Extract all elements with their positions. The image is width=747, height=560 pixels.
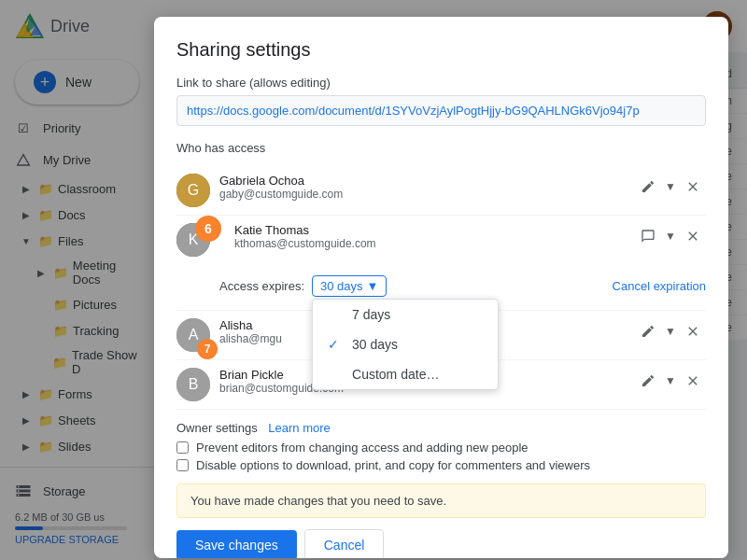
svg-text:A: A bbox=[189, 327, 199, 343]
save-banner: You have made changes that you need to s… bbox=[176, 483, 706, 518]
check-icon: ✓ bbox=[328, 337, 345, 352]
expiry-dropdown-button[interactable]: 30 days ▼ bbox=[312, 275, 387, 297]
checkbox-prevent-editors: Prevent editors from changing access and… bbox=[176, 441, 706, 455]
svg-text:G: G bbox=[188, 182, 199, 198]
person-avatar-gabriela: G bbox=[176, 174, 210, 207]
edit-chevron-icon: ▼ bbox=[665, 180, 676, 193]
edit-chevron-icon: ▼ bbox=[665, 325, 676, 338]
access-expires-label: Access expires: bbox=[219, 279, 304, 293]
edit-alisha-button[interactable] bbox=[635, 318, 661, 344]
step-badge-6: 6 bbox=[195, 216, 221, 242]
dropdown-menu: 7 days ✓ 30 days Custom date… bbox=[312, 299, 499, 390]
expiry-dropdown-wrapper: 30 days ▼ 7 days ✓ 30 days bbox=[312, 275, 387, 297]
person-info-katie: Katie Thomas kthomas@customguide.com bbox=[234, 223, 626, 250]
step-badge-7: 7 bbox=[197, 339, 218, 359]
person-row-katie: K 6 Katie Thomas kthomas@customguide.com… bbox=[176, 216, 706, 311]
owner-settings-section: Owner settings Learn more Prevent editor… bbox=[176, 421, 706, 472]
dialog-footer: Save changes Cancel bbox=[176, 529, 706, 558]
comment-permission-button[interactable] bbox=[635, 223, 661, 249]
dropdown-item-30days[interactable]: ✓ 30 days bbox=[313, 329, 498, 359]
remove-brian-button[interactable] bbox=[680, 368, 706, 394]
disable-download-checkbox[interactable] bbox=[176, 459, 189, 471]
person-avatar-brian: B bbox=[176, 368, 210, 401]
dropdown-chevron-icon: ▼ bbox=[367, 279, 379, 293]
link-label: Link to share (allows editing) bbox=[176, 76, 706, 90]
access-expires-section: Access expires: 30 days ▼ 7 days bbox=[176, 270, 706, 302]
edit-permission-button[interactable] bbox=[635, 174, 661, 200]
svg-text:B: B bbox=[189, 376, 199, 392]
comment-chevron-icon: ▼ bbox=[665, 230, 676, 243]
person-info-gabriela: Gabriela Ochoa gaby@customguide.com bbox=[219, 174, 626, 201]
edit-chevron-icon: ▼ bbox=[665, 374, 676, 387]
expiry-dropdown-menu: 7 days ✓ 30 days Custom date… bbox=[312, 297, 499, 390]
link-section: Link to share (allows editing) https://d… bbox=[176, 76, 706, 126]
dropdown-item-custom[interactable]: Custom date… bbox=[313, 359, 498, 389]
prevent-editors-checkbox[interactable] bbox=[176, 441, 189, 454]
edit-brian-button[interactable] bbox=[635, 368, 661, 394]
who-has-access-label: Who has access bbox=[176, 141, 706, 155]
cancel-expiration-link[interactable]: Cancel expiration bbox=[613, 279, 706, 293]
save-changes-button[interactable]: Save changes bbox=[176, 530, 297, 558]
dropdown-item-7days[interactable]: 7 days bbox=[313, 300, 498, 329]
person-actions-katie: ▼ bbox=[635, 223, 706, 249]
remove-katie-button[interactable] bbox=[680, 223, 706, 249]
remove-alisha-button[interactable] bbox=[680, 318, 706, 344]
cancel-button[interactable]: Cancel bbox=[304, 529, 385, 558]
person-actions-brian: ▼ bbox=[635, 368, 706, 394]
person-actions-alisha: ▼ bbox=[635, 318, 706, 344]
owner-settings-title: Owner settings Learn more bbox=[176, 421, 706, 435]
checkbox-disable-download: Disable options to download, print, and … bbox=[176, 458, 706, 472]
person-row-gabriela: G Gabriela Ochoa gaby@customguide.com ▼ bbox=[176, 166, 706, 216]
access-expires-row: Access expires: 30 days ▼ 7 days bbox=[219, 270, 706, 302]
learn-more-link[interactable]: Learn more bbox=[268, 421, 330, 435]
dialog-title: Sharing settings bbox=[176, 39, 706, 61]
sharing-settings-dialog: Sharing settings Link to share (allows e… bbox=[154, 17, 728, 558]
remove-person-button[interactable] bbox=[680, 174, 706, 200]
person-actions-gabriela: ▼ bbox=[635, 174, 706, 200]
share-link[interactable]: https://docs.google.com/document/d/1SYVo… bbox=[176, 95, 706, 126]
